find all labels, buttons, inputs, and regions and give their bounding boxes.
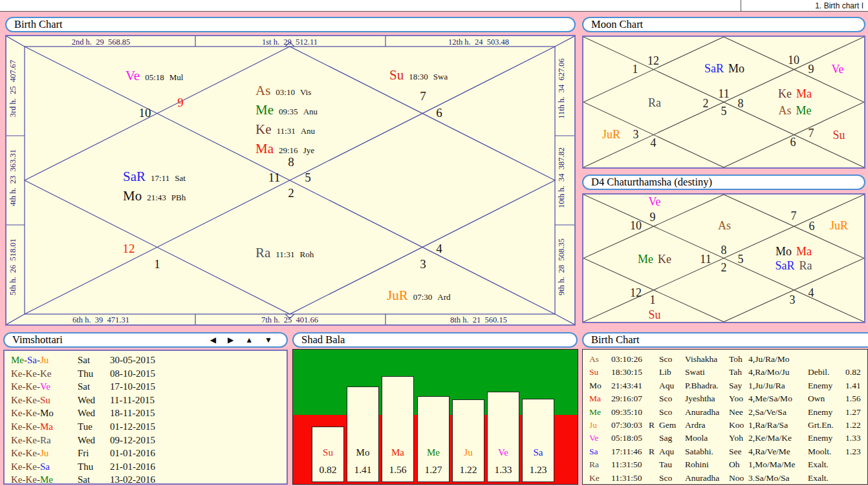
house-number: 8 <box>738 97 744 110</box>
house-number: 3 <box>790 293 796 306</box>
top-bar: 1. Birth chart I <box>0 0 868 12</box>
edge-label: 6th h. 39 471.31 <box>72 315 129 324</box>
house-number: 11 <box>700 253 711 266</box>
nav-up-icon[interactable]: ▲ <box>245 336 253 344</box>
house-number: 10 <box>630 219 642 232</box>
planet-entry: Su <box>832 129 845 142</box>
dasha-row[interactable]: Ke-Ke-MoWed18-11-2015 <box>11 407 287 420</box>
shadbala-bar-ju: Ju1.22 <box>452 399 484 482</box>
planet-entry: Ve <box>649 195 661 208</box>
house-number: 12 <box>630 286 642 299</box>
edge-label: 10th h. 34 387.82 <box>557 147 566 208</box>
tab-label: 1. Birth chart I <box>815 1 863 10</box>
dasha-row[interactable]: Ke-Ke-KeThu08-10-2015 <box>11 367 287 381</box>
house-number: 4 <box>651 136 656 149</box>
planet-entry: Su18:30Swa <box>389 67 448 83</box>
dasha-row[interactable]: Ke-Ke-VeSat17-10-2015 <box>11 380 287 394</box>
planet-entry: Su <box>648 308 660 321</box>
panel-title: Birth Chart <box>591 333 640 346</box>
dasha-row[interactable]: Ke-Ke-SaThu21-01-2016 <box>11 460 287 474</box>
panel-title: D4 Chaturthamsha (destiny) <box>591 176 712 189</box>
edge-label: 2nd h. 29 568.85 <box>72 37 131 47</box>
table-row: Ju07:30:03RGemArdraKoo1,Ra/Ra/SaGrt.En.1… <box>589 419 867 432</box>
positions-table-header: Birth Chart <box>582 332 868 348</box>
shadbala-bar-su: Su0.82 <box>312 427 344 482</box>
house-number: 1 <box>154 257 160 271</box>
table-row: As03:10:26ScoVishakhaToh4,Ju/Ra/Mo <box>589 353 867 366</box>
table-row: Ke11:31:50ScoAnuradhaNoo3,Sa/Mo/SaExalt. <box>589 472 867 481</box>
table-row: Ve05:18:05SagMoolaYoh2,Ke/Ma/KeEnemy1.33… <box>589 432 867 445</box>
nav-down-icon[interactable]: ▼ <box>265 336 272 344</box>
planet-entry: AsMe <box>778 104 811 117</box>
house-number: 5 <box>721 105 727 118</box>
house-number: 12 <box>123 242 135 255</box>
house-number: 4 <box>436 242 442 255</box>
shadbala-header: Shad Bala <box>292 332 578 348</box>
house-number: 11 <box>718 87 729 100</box>
nav-left-icon[interactable]: ◀ <box>210 336 216 344</box>
house-number: 6 <box>436 106 442 120</box>
house-number: 10 <box>139 106 151 120</box>
table-row: Sa17:11:46RAquSatabhi.See4,Ra/Ve/MeMoolt… <box>589 445 867 458</box>
planet-entry: SaR17:11Sat <box>123 169 186 184</box>
table-row: Ma29:16:07ScoJyeshthaYoo4,Me/Sa/MoOwn1.5… <box>589 392 867 405</box>
birth-chart-panel[interactable]: 2nd h. 29 568.85 1st h. 29 512.11 12th h… <box>5 35 576 326</box>
edge-label: 9th h. 28 508.35 <box>557 238 566 295</box>
planet-entry: Me09:35Anu <box>255 102 318 118</box>
shadbala-bar-me: Me1.27 <box>417 396 450 482</box>
moon-chart-panel[interactable]: 12 1 10 9 11 2 8 5 3 4 7 6 SaRMo Ve Ra K… <box>582 36 865 169</box>
house-number: 9 <box>808 63 814 76</box>
planet-entry: Ke11:31Anu <box>255 122 316 137</box>
dasha-row[interactable]: Ke-Ke-MaTue01-12-2015 <box>11 420 287 434</box>
planet-entry: JuR <box>830 219 848 232</box>
panel-title: Birth Chart <box>14 18 63 31</box>
vimshottari-panel: Me-Sa-JuSat30-05-2015 Ke-Ke-KeThu08-10-2… <box>3 350 288 485</box>
house-number: 7 <box>808 127 814 140</box>
chart-lines <box>583 195 864 322</box>
shadbala-panel[interactable]: Su0.82 Mo1.41 Ma1.56 Me1.27 Ju1.22 Ve1.3… <box>292 349 578 485</box>
house-number: 8 <box>288 155 294 169</box>
house-number: 3 <box>420 257 426 271</box>
planet-entry: KeMa <box>778 87 812 100</box>
chart-lines <box>583 37 864 167</box>
planet-entry: Ve05:18Mul <box>125 68 184 83</box>
moon-chart-header: Moon Chart <box>582 17 865 32</box>
house-number: 7 <box>791 209 797 222</box>
shadbala-bar-ma: Ma1.56 <box>382 376 414 482</box>
house-number: 6 <box>809 220 815 233</box>
edge-label: 7th h. 25 401.66 <box>261 315 318 324</box>
tab-birth-chart[interactable]: 1. Birth chart I <box>741 0 868 12</box>
table-row: Mo21:43:41AquP.Bhadra.Say1,Ju/Ju/RaEnemy… <box>589 379 867 392</box>
house-number: 2 <box>288 186 294 200</box>
planet-entry: Ra <box>648 96 661 109</box>
planet-entry: SaRRa <box>775 259 812 272</box>
planet-entry: As <box>718 219 731 232</box>
table-row: Su18:30:15LibSwatiTah4,Ra/Mo/JuDebil.0.8… <box>589 366 867 379</box>
house-number: 1 <box>633 63 638 76</box>
house-number: 9 <box>177 96 184 109</box>
d4-chart-panel[interactable]: 9 10 7 6 8 11 5 2 12 1 3 4 Ve As JuR MeK… <box>582 193 865 323</box>
dasha-row[interactable]: Ke-Ke-MeSat13-02-2016 <box>11 473 287 486</box>
house-number: 3 <box>633 128 639 141</box>
table-row: Ra11:31:50TauRohiniOh1,Mo/Ma/MeExalt. <box>589 458 867 471</box>
edge-label: 12th h. 24 503.48 <box>448 37 509 47</box>
nav-right-icon[interactable]: ▶ <box>228 336 233 344</box>
house-number: 2 <box>703 97 709 110</box>
dasha-row[interactable]: Ke-Ke-SuWed11-11-2015 <box>11 394 287 407</box>
dasha-row[interactable]: Me-Sa-JuSat30-05-2015 <box>11 354 287 367</box>
house-number: 5 <box>305 171 311 184</box>
table-row: Me09:35:10ScoAnuradhaNee2,Sa/Ve/SaEnemy1… <box>589 406 867 419</box>
dasha-row[interactable]: Ke-Ke-RaWed09-12-2015 <box>11 434 287 447</box>
house-number: 1 <box>650 293 656 306</box>
planet-entry: Ma29:16Jye <box>255 141 314 156</box>
edge-label: 3rd h. 25 407.67 <box>8 60 17 118</box>
panel-title: Shad Bala <box>301 333 345 346</box>
dasha-list: Me-Sa-JuSat30-05-2015 Ke-Ke-KeThu08-10-2… <box>5 351 287 486</box>
planet-entry: Ra11:31Roh <box>255 245 314 260</box>
dasha-row[interactable]: Ke-Ke-JuFri01-01-2016 <box>11 447 287 460</box>
edge-label: 11th h. 34 627.06 <box>557 58 566 119</box>
birth-chart-diagram: 2nd h. 29 568.85 1st h. 29 512.11 12th h… <box>6 36 574 324</box>
shadbala-bar-mo: Mo1.41 <box>347 386 379 482</box>
planet-entry: Mo21:43PBh <box>123 188 186 204</box>
d4-chart-header: D4 Chaturthamsha (destiny) <box>582 174 865 190</box>
